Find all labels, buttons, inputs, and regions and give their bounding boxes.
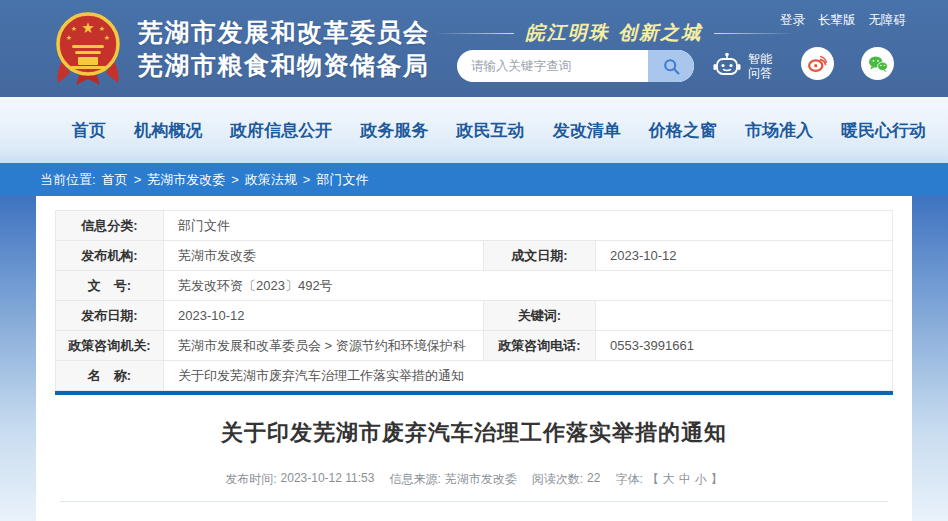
national-emblem-icon: ★ ★ ★ ★ ★ <box>52 11 124 87</box>
header-utility-links: 登录 长辈版 无障碍 <box>780 12 906 29</box>
info-label-date-written: 成文日期: <box>484 241 596 271</box>
font-size-small-button[interactable]: 小 <box>695 471 707 488</box>
svg-text:★: ★ <box>104 34 110 41</box>
breadcrumb-fagaiwei[interactable]: 芜湖市发改委 <box>147 171 225 189</box>
info-label-publish-date: 发布日期: <box>56 301 164 331</box>
table-row: 名 称: 关于印发芜湖市废弃汽车治理工作落实举措的通知 <box>56 361 893 391</box>
nav-item-market-access[interactable]: 市场准入 <box>745 119 813 142</box>
search-bar <box>457 50 694 82</box>
info-value-keywords <box>596 301 893 331</box>
social-links <box>801 47 894 80</box>
weibo-icon <box>807 53 828 74</box>
publish-time-label: 发布时间: <box>225 471 276 488</box>
search-button[interactable] <box>648 50 694 82</box>
breadcrumb: 当前位置: 首页 > 芜湖市发改委 > 政策法规 > 部门文件 <box>0 163 948 196</box>
info-value-category: 部门文件 <box>164 211 893 241</box>
nav-item-info-disclosure[interactable]: 政府信息公开 <box>230 119 332 142</box>
slogan-right-line <box>714 33 790 34</box>
nav-item-ndrc-lists[interactable]: 发改清单 <box>553 119 621 142</box>
info-value-consult-phone: 0553-3991661 <box>596 331 893 361</box>
breadcrumb-separator: > <box>231 172 239 187</box>
article-divider <box>60 501 888 502</box>
table-accent-bar <box>55 391 893 395</box>
weibo-link[interactable] <box>801 47 834 80</box>
document-info-table: 信息分类: 部门文件 发布机构: 芜湖市发改委 成文日期: 2023-10-12… <box>55 210 893 391</box>
wechat-link[interactable] <box>861 47 894 80</box>
org-name-line1: 芜湖市发展和改革委员会 <box>138 16 430 49</box>
font-size-large-button[interactable]: 大 <box>663 471 675 488</box>
nav-item-public-interaction[interactable]: 政民互动 <box>457 119 525 142</box>
search-input[interactable] <box>457 50 648 82</box>
breadcrumb-separator: > <box>303 172 311 187</box>
article-meta: 发布时间: 2023-10-12 11:53 信息来源: 芜湖市发改委 阅读次数… <box>36 471 912 488</box>
smart-qa-label-line2: 问答 <box>748 66 772 80</box>
info-value-doc-number: 芜发改环资〔2023〕492号 <box>164 271 893 301</box>
info-label-consult-phone: 政策咨询电话: <box>484 331 596 361</box>
info-value-publisher: 芜湖市发改委 <box>164 241 484 271</box>
org-name-line2: 芜湖市粮食和物资储备局 <box>138 49 430 82</box>
source-value: 芜湖市发改委 <box>445 471 517 488</box>
accessibility-link[interactable]: 无障碍 <box>869 12 907 29</box>
svg-text:★: ★ <box>81 19 94 36</box>
info-value-date-written: 2023-10-12 <box>596 241 893 271</box>
smart-qa-entry[interactable]: 智能 问答 <box>712 52 772 80</box>
views-value: 22 <box>587 471 600 488</box>
table-row: 政策咨询机关: 芜湖市发展和改革委员会 > 资源节约和环境保护科 政策咨询电话:… <box>56 331 893 361</box>
info-label-doc-number: 文 号: <box>56 271 164 301</box>
nav-item-warm-heart-action[interactable]: 暖民心行动 <box>841 119 926 142</box>
info-label-consult-org: 政策咨询机关: <box>56 331 164 361</box>
city-slogan: 皖江明珠 创新之城 <box>438 20 790 46</box>
smart-qa-label-line1: 智能 <box>748 52 772 66</box>
robot-icon <box>712 52 742 80</box>
font-size-label: 字体: <box>615 471 642 488</box>
table-row: 信息分类: 部门文件 <box>56 211 893 241</box>
main-nav: 首页 机构概况 政府信息公开 政务服务 政民互动 发改清单 价格之窗 市场准入 … <box>0 97 948 163</box>
info-value-consult-org: 芜湖市发展和改革委员会 > 资源节约和环境保护科 <box>164 331 484 361</box>
font-size-bracket-close: 】 <box>711 471 723 488</box>
breadcrumb-prefix: 当前位置: <box>40 171 96 189</box>
breadcrumb-home[interactable]: 首页 <box>102 171 128 189</box>
font-size-bracket-open: 【 <box>647 471 659 488</box>
breadcrumb-policies[interactable]: 政策法规 <box>245 171 297 189</box>
article-title: 关于印发芜湖市废弃汽车治理工作落实举措的通知 <box>36 418 912 448</box>
breadcrumb-dept-docs[interactable]: 部门文件 <box>316 171 368 189</box>
site-header: ★ ★ ★ ★ ★ 芜湖市发展和改革委员会 芜湖市粮食和物资储备局 皖江明珠 创… <box>0 0 948 97</box>
breadcrumb-separator: > <box>134 172 142 187</box>
magnifier-icon <box>662 57 681 76</box>
info-label-publisher: 发布机构: <box>56 241 164 271</box>
table-row: 文 号: 芜发改环资〔2023〕492号 <box>56 271 893 301</box>
nav-item-price-window[interactable]: 价格之窗 <box>649 119 717 142</box>
info-value-doc-title: 关于印发芜湖市废弃汽车治理工作落实举措的通知 <box>164 361 893 391</box>
slogan-left-line <box>438 33 514 34</box>
info-label-keywords: 关键词: <box>484 301 596 331</box>
nav-item-gov-services[interactable]: 政务服务 <box>360 119 428 142</box>
font-size-medium-button[interactable]: 中 <box>679 471 691 488</box>
content-panel: 信息分类: 部门文件 发布机构: 芜湖市发改委 成文日期: 2023-10-12… <box>36 196 912 521</box>
page-background: 信息分类: 部门文件 发布机构: 芜湖市发改委 成文日期: 2023-10-12… <box>0 196 948 521</box>
svg-text:★: ★ <box>66 34 72 41</box>
views-label: 阅读次数: <box>532 471 583 488</box>
wechat-icon <box>867 53 889 75</box>
info-value-publish-date: 2023-10-12 <box>164 301 484 331</box>
nav-item-home[interactable]: 首页 <box>72 119 106 142</box>
svg-text:★: ★ <box>99 25 105 32</box>
elder-version-link[interactable]: 长辈版 <box>818 12 856 29</box>
source-label: 信息来源: <box>389 471 440 488</box>
slogan-text: 皖江明珠 创新之城 <box>514 20 715 46</box>
site-logo[interactable]: ★ ★ ★ ★ ★ 芜湖市发展和改革委员会 芜湖市粮食和物资储备局 <box>52 11 430 87</box>
table-row: 发布日期: 2023-10-12 关键词: <box>56 301 893 331</box>
info-label-category: 信息分类: <box>56 211 164 241</box>
svg-text:★: ★ <box>71 25 77 32</box>
publish-time-value: 2023-10-12 11:53 <box>281 471 375 488</box>
login-link[interactable]: 登录 <box>780 12 805 29</box>
table-row: 发布机构: 芜湖市发改委 成文日期: 2023-10-12 <box>56 241 893 271</box>
nav-item-org-overview[interactable]: 机构概况 <box>134 119 202 142</box>
info-label-doc-title: 名 称: <box>56 361 164 391</box>
